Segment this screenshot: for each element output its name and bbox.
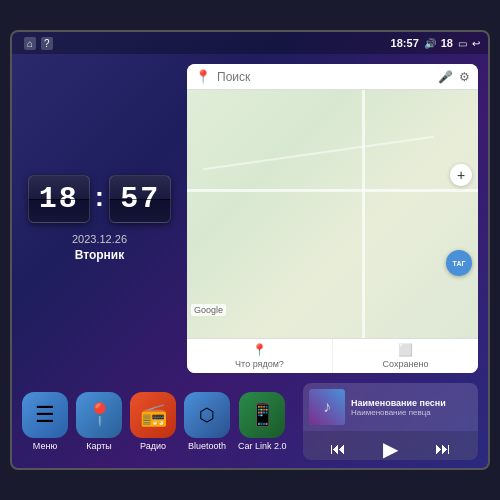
app-icon-carlink[interactable]: 📱 Car Link 2.0 [238, 392, 287, 451]
music-artist: Наименование певца [351, 408, 472, 417]
clock-date: 2023.12.26 [72, 231, 127, 249]
map-area[interactable]: Google + ТАГ [187, 90, 478, 338]
map-zoom-button[interactable]: + [450, 164, 472, 186]
next-button[interactable]: ⏭ [429, 438, 457, 460]
main-content: 18 : 57 2023.12.26 Вторник 📍 🎤 ⚙ [12, 54, 488, 383]
play-button[interactable]: ▶ [377, 435, 404, 460]
music-controls: ⏮ ▶ ⏭ [303, 431, 478, 460]
maps-label: Карты [86, 441, 112, 451]
radio-label: Радио [140, 441, 166, 451]
maps-icon-img: 📍 [76, 392, 122, 438]
saved-icon: ⬜ [398, 343, 413, 357]
app-icon-radio[interactable]: 📻 Радио [130, 392, 176, 451]
map-search-input[interactable] [217, 70, 432, 84]
radio-icon-img: 📻 [130, 392, 176, 438]
map-saved-button[interactable]: ⬜ Сохранено [333, 339, 478, 373]
clock-minutes: 57 [109, 175, 171, 223]
menu-icon-img: ☰ [22, 392, 68, 438]
prev-button[interactable]: ⏮ [324, 438, 352, 460]
bottom-area: ☰ Меню 📍 Карты 📻 Радио ⬡ Bluetooth 📱 Car… [12, 383, 488, 468]
home-icon[interactable]: ⌂ [24, 37, 36, 50]
map-search-bar[interactable]: 📍 🎤 ⚙ [187, 64, 478, 90]
status-time: 18:57 [391, 37, 419, 49]
music-title: Наименование песни [351, 398, 472, 408]
menu-label: Меню [33, 441, 57, 451]
status-right-icons: 18:57 🔊 18 ▭ ↩ [391, 37, 480, 49]
google-logo: Google [191, 304, 226, 316]
flip-clock: 18 : 57 [28, 175, 171, 223]
carlink-label: Car Link 2.0 [238, 441, 287, 451]
device-frame: ⌂ ? 18:57 🔊 18 ▭ ↩ 18 : 57 2023.12.26 [10, 30, 490, 470]
map-nearby-button[interactable]: 📍 Что рядом? [187, 339, 333, 373]
map-road-horizontal [187, 189, 478, 192]
album-image [309, 389, 345, 425]
app-icon-menu[interactable]: ☰ Меню [22, 392, 68, 451]
map-road-vertical [362, 90, 365, 338]
map-nav-button[interactable]: ТАГ [446, 250, 472, 276]
back-icon[interactable]: ↩ [472, 38, 480, 49]
clock-hours: 18 [28, 175, 90, 223]
clock-day: Вторник [75, 248, 125, 262]
album-art [309, 389, 345, 425]
carlink-icon-img: 📱 [239, 392, 285, 438]
bt-label: Bluetooth [188, 441, 226, 451]
map-pin-icon: 📍 [195, 69, 211, 84]
clock-colon: : [95, 181, 104, 213]
bt-icon-img: ⬡ [184, 392, 230, 438]
status-signal: 18 [441, 37, 453, 49]
mic-icon[interactable]: 🎤 [438, 70, 453, 84]
map-road-diagonal [203, 136, 434, 170]
battery-icon: ▭ [458, 38, 467, 49]
nav-icon[interactable]: ? [41, 37, 53, 50]
app-icon-maps[interactable]: 📍 Карты [76, 392, 122, 451]
status-bar: ⌂ ? 18:57 🔊 18 ▭ ↩ [12, 32, 488, 54]
volume-icon: 🔊 [424, 38, 436, 49]
map-widget[interactable]: 📍 🎤 ⚙ Google + ТАГ 📍 Что рядом? [187, 64, 478, 373]
music-info: Наименование песни Наименование певца [351, 398, 472, 417]
app-icons-bar: ☰ Меню 📍 Карты 📻 Радио ⬡ Bluetooth 📱 Car… [22, 383, 293, 460]
app-icon-bluetooth[interactable]: ⬡ Bluetooth [184, 392, 230, 451]
nearby-icon: 📍 [252, 343, 267, 357]
settings-icon[interactable]: ⚙ [459, 70, 470, 84]
music-top: Наименование песни Наименование певца [303, 383, 478, 431]
music-player: Наименование песни Наименование певца ⏮ … [303, 383, 478, 460]
status-left-icons: ⌂ ? [20, 37, 387, 50]
map-bottom-bar: 📍 Что рядом? ⬜ Сохранено [187, 338, 478, 373]
clock-widget: 18 : 57 2023.12.26 Вторник [22, 64, 177, 373]
